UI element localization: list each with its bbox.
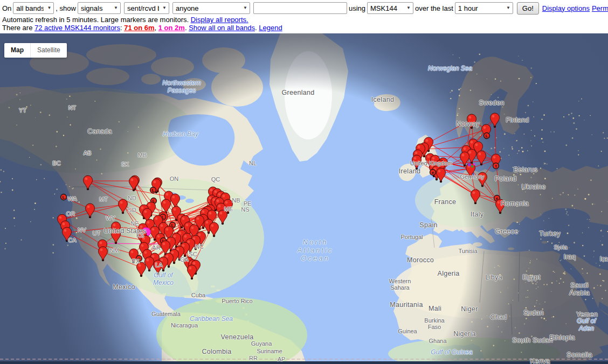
map-label: Italy xyxy=(471,211,483,218)
map-label: AR xyxy=(152,244,160,251)
query-row: On all bands , show signals sent/rcvd by… xyxy=(2,2,608,15)
map-label: Mexico xyxy=(113,283,135,291)
map-label: OR xyxy=(66,211,75,217)
map-label: Sweden xyxy=(479,99,505,107)
sentrcvd-select[interactable]: sent/rcvd by xyxy=(124,2,169,14)
map-label: Gulf of Guinea xyxy=(431,348,472,356)
map-label: Mali xyxy=(429,305,441,312)
map-label: Somalia xyxy=(566,351,592,359)
map-label: ON xyxy=(170,176,179,182)
band-select[interactable]: all bands xyxy=(13,2,54,14)
display-all-reports-link[interactable]: Display all reports. xyxy=(191,16,248,24)
map-label: Iceland xyxy=(371,96,394,103)
map-label: Greece xyxy=(495,228,519,235)
map-label: Kenya xyxy=(530,358,550,364)
map-label: TX xyxy=(132,258,140,264)
monitors-2m-link[interactable]: 1 on 2m xyxy=(158,24,185,32)
map-label: Nicaragua xyxy=(171,322,198,328)
map-label: Canada xyxy=(87,128,112,135)
map-label: Spain xyxy=(419,221,437,229)
map-label: United States xyxy=(104,227,147,235)
map-label: Morocco xyxy=(407,256,434,264)
monitors-6m-link[interactable]: 71 on 6m xyxy=(124,24,154,32)
map-label: Tunisia xyxy=(458,248,477,254)
go-button[interactable]: Go! xyxy=(517,2,539,15)
show-select-wrap: signals xyxy=(78,2,121,14)
using-label: using xyxy=(349,4,365,12)
permalink-link[interactable]: Permalink xyxy=(592,4,608,12)
map-label: Iraq xyxy=(564,253,576,261)
map-label: Ukraine xyxy=(521,183,545,191)
map-label: MT xyxy=(99,196,108,202)
map-label: Saudi Arabia xyxy=(565,282,594,297)
map-label: Syria xyxy=(554,244,567,250)
map-label: Guatemala xyxy=(151,311,181,317)
map-label: NE xyxy=(130,220,139,227)
map-type-control: Map Satellite xyxy=(4,43,67,58)
display-options-link[interactable]: Display options xyxy=(542,4,590,12)
refresh-text: Automatic refresh in 5 minutes. Large ma… xyxy=(2,16,189,24)
map-label: Finland xyxy=(506,116,529,124)
time-select-wrap: 1 hour xyxy=(455,2,513,14)
map-label: Ghana xyxy=(429,338,446,344)
map-label: WY xyxy=(106,215,115,221)
map-label: AP xyxy=(278,356,286,362)
map-labels: CanadaHudson BayNorthwestern PassagesNor… xyxy=(0,33,608,364)
there-are-text: There are xyxy=(2,24,34,32)
mode-select[interactable]: MSK144 xyxy=(367,2,413,14)
map-label: CA xyxy=(68,237,76,243)
map-label: Guyana xyxy=(251,340,272,347)
map-label: Venezuela xyxy=(220,333,253,341)
who-select[interactable]: anyone xyxy=(172,2,250,14)
map-label: AB xyxy=(84,150,92,156)
map-label: South Sudan xyxy=(512,337,553,344)
map-label: Puerto Rico xyxy=(222,298,252,304)
map-label: Nigeria xyxy=(453,330,476,338)
map-label: PE xyxy=(244,200,252,207)
map-label: Chad xyxy=(490,313,507,321)
who-select-wrap: anyone xyxy=(172,2,250,14)
map-label: North Atlantic Ocean xyxy=(298,238,334,262)
sentrcvd-select-wrap: sent/rcvd by xyxy=(124,2,169,14)
mode-select-wrap: MSK144 xyxy=(367,2,413,14)
map-label: Norway xyxy=(456,120,480,128)
map-label: NM xyxy=(109,247,119,254)
map-label: Northwestern Passages xyxy=(162,79,201,94)
map-type-map-button[interactable]: Map xyxy=(4,43,31,58)
map-label: Niger xyxy=(461,305,478,313)
active-monitors-link[interactable]: 72 active MSK144 monitors xyxy=(34,24,120,32)
map-label: NB xyxy=(232,197,240,204)
map-label: Romania xyxy=(501,200,529,207)
status-line-1: Automatic refresh in 5 minutes. Large ma… xyxy=(2,16,248,24)
map-label: Gulf of Mexico xyxy=(153,271,174,286)
map-label: LA xyxy=(155,262,162,268)
map-label: WA xyxy=(67,195,77,202)
show-label: , show xyxy=(56,4,76,12)
map-type-satellite-button[interactable]: Satellite xyxy=(31,43,67,58)
show-select[interactable]: signals xyxy=(78,2,121,14)
map-label: Libya xyxy=(485,274,502,281)
overlast-label: over the last xyxy=(415,4,453,12)
map-label: NT xyxy=(68,104,77,111)
map-label: Colombia xyxy=(202,348,231,355)
map-label: UT xyxy=(93,230,101,236)
callsign-input[interactable] xyxy=(253,2,347,14)
map-label: NV xyxy=(78,227,86,233)
map-label: NS xyxy=(241,206,249,213)
map-label: Greenland xyxy=(281,89,314,96)
map-label: GA xyxy=(180,256,189,263)
status-line-2: There are 72 active MSK144 monitors: 71 … xyxy=(2,24,282,32)
map-label: Iran xyxy=(600,255,608,263)
map-label: NC xyxy=(195,243,204,250)
map-canvas[interactable]: LteLLLeLLLLLe CanadaHudson BayNorthweste… xyxy=(0,33,608,364)
map-label: Hudson Bay xyxy=(163,130,198,138)
map-label: Ethiopia xyxy=(549,334,575,341)
map-label: United Kingdom xyxy=(410,160,452,166)
map-label: Ireland xyxy=(399,167,420,175)
show-all-bands-link[interactable]: Show all on all bands xyxy=(189,24,255,32)
map-label: Mauritania xyxy=(390,301,423,309)
legend-link[interactable]: Legend xyxy=(259,24,282,32)
map-label: YT xyxy=(19,107,26,114)
time-select[interactable]: 1 hour xyxy=(455,2,513,14)
toolbar: On all bands , show signals sent/rcvd by… xyxy=(0,0,608,33)
